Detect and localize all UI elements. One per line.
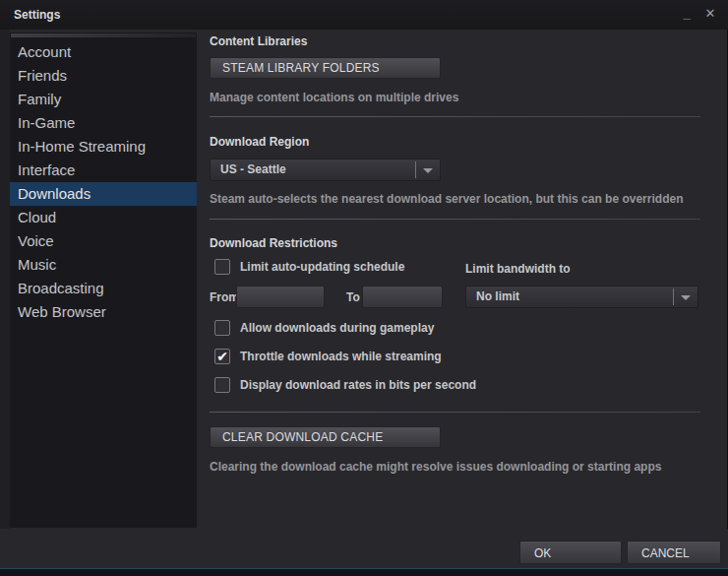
window-controls: _ ✕: [681, 5, 716, 23]
content-libraries-description: Manage content locations on multiple dri…: [210, 91, 458, 104]
sidebar-item-voice[interactable]: Voice: [10, 229, 197, 253]
limit-bandwidth-label: Limit bandwidth to: [465, 262, 571, 276]
section-divider: [210, 412, 700, 413]
download-region-heading: Download Region: [210, 135, 309, 149]
titlebar[interactable]: Settings _ ✕: [0, 0, 728, 30]
window-bottom-edge: [0, 568, 728, 576]
sidebar-item-in-game[interactable]: In-Game: [10, 111, 197, 135]
minimize-icon[interactable]: _: [681, 5, 693, 23]
limit-schedule-checkbox[interactable]: [214, 259, 230, 275]
steam-library-folders-button[interactable]: STEAM LIBRARY FOLDERS: [210, 57, 441, 79]
allow-downloads-row: Allow downloads during gameplay: [214, 319, 434, 337]
download-restrictions-heading: Download Restrictions: [210, 236, 337, 250]
download-region-value: US - Seattle: [211, 160, 415, 180]
settings-window: Settings _ ✕ Account Friends Family In-G…: [0, 0, 728, 576]
sidebar-item-web-browser[interactable]: Web Browser: [10, 300, 197, 324]
sidebar-item-interface[interactable]: Interface: [10, 159, 197, 182]
schedule-to-input[interactable]: [362, 286, 443, 308]
sidebar-top-highlight: [11, 33, 196, 37]
sidebar-item-friends[interactable]: Friends: [10, 64, 197, 88]
sidebar-item-broadcasting[interactable]: Broadcasting: [10, 277, 197, 300]
display-rates-row: Display download rates in bits per secon…: [214, 376, 476, 394]
ok-button[interactable]: OK: [519, 541, 622, 564]
chevron-down-icon[interactable]: [673, 288, 698, 305]
download-region-description: Steam auto-selects the nearest download …: [210, 192, 683, 206]
download-region-dropdown[interactable]: US - Seattle: [210, 159, 441, 181]
dialog-footer: OK CANCEL: [0, 529, 728, 569]
sidebar-item-cloud[interactable]: Cloud: [10, 206, 197, 229]
sidebar-item-downloads[interactable]: Downloads: [10, 182, 197, 206]
window-title: Settings: [14, 8, 60, 22]
cancel-button[interactable]: CANCEL: [627, 541, 721, 564]
allow-downloads-label: Allow downloads during gameplay: [240, 321, 434, 335]
section-divider: [210, 219, 700, 220]
display-rates-label: Display download rates in bits per secon…: [240, 378, 476, 392]
limit-bandwidth-dropdown[interactable]: No limit: [465, 286, 698, 308]
sidebar-item-family[interactable]: Family: [10, 88, 197, 111]
sidebar-item-account[interactable]: Account: [10, 40, 197, 64]
sidebar: Account Friends Family In-Game In-Home S…: [10, 32, 197, 528]
window-left-gutter: [0, 30, 10, 529]
to-label: To: [346, 290, 360, 304]
limit-schedule-label: Limit auto-updating schedule: [240, 260, 404, 274]
content-libraries-heading: Content Libraries: [210, 34, 307, 48]
allow-downloads-checkbox[interactable]: [214, 320, 230, 336]
limit-bandwidth-value: No limit: [466, 287, 673, 307]
sidebar-item-in-home-streaming[interactable]: In-Home Streaming: [10, 135, 197, 159]
from-label: From: [210, 290, 239, 304]
section-divider: [210, 116, 700, 117]
throttle-downloads-label: Throttle downloads while streaming: [240, 350, 442, 363]
display-rates-checkbox[interactable]: [214, 377, 230, 393]
clear-download-cache-button[interactable]: CLEAR DOWNLOAD CACHE: [210, 426, 441, 448]
schedule-from-input[interactable]: [236, 286, 325, 308]
settings-content: Content Libraries STEAM LIBRARY FOLDERS …: [210, 30, 700, 529]
close-icon[interactable]: ✕: [704, 5, 716, 23]
sidebar-item-music[interactable]: Music: [10, 253, 197, 277]
chevron-down-icon[interactable]: [415, 161, 440, 178]
throttle-downloads-row: ✔ Throttle downloads while streaming: [214, 348, 442, 365]
limit-schedule-row: Limit auto-updating schedule: [214, 258, 404, 276]
throttle-downloads-checkbox[interactable]: ✔: [214, 349, 230, 364]
download-cache-description: Clearing the download cache might resolv…: [210, 460, 661, 474]
